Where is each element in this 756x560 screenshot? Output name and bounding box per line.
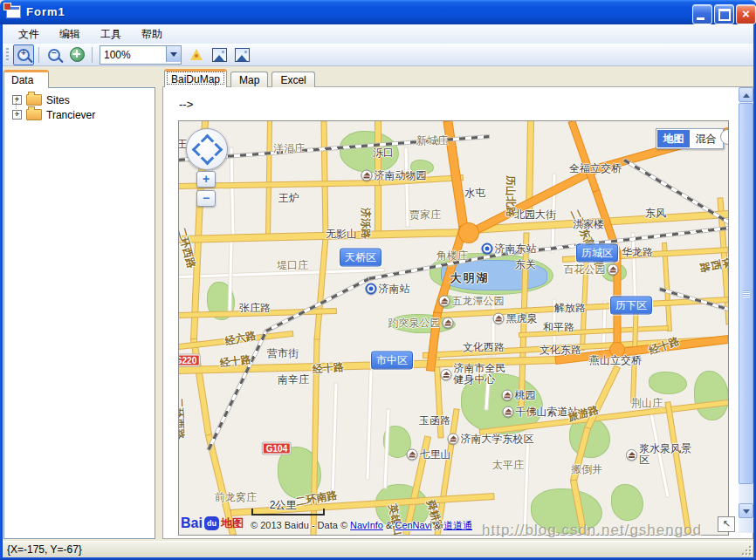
map-label: 经六路: [224, 330, 258, 347]
vertical-scrollbar[interactable]: [739, 87, 753, 533]
arterial-road: [666, 402, 691, 536]
map-label: 东风: [645, 208, 666, 219]
park-area: [612, 485, 643, 520]
map-pan-control[interactable]: [186, 128, 228, 170]
arrow-text: -->: [179, 98, 193, 111]
zoom-in-button[interactable]: +: [13, 44, 34, 65]
copyright-link[interactable]: CenNavi: [395, 520, 431, 530]
image-icon: [212, 48, 227, 62]
tree-item-label[interactable]: Tranciever: [46, 109, 95, 121]
zoom-fit-button[interactable]: [66, 44, 87, 65]
watermark: http://blog.csdn.net/gshengod: [482, 522, 702, 539]
menubar: 文件编辑工具帮助: [3, 24, 753, 44]
tab-data[interactable]: Data: [3, 70, 49, 88]
map-label-text: 洪家楼: [573, 219, 604, 230]
menu-item-3[interactable]: 工具: [92, 24, 130, 44]
map-label: 济南大学东校区: [448, 434, 534, 445]
map-label: 新城庄: [416, 135, 448, 147]
zoom-out-button[interactable]: −: [44, 44, 65, 65]
map-type-hybrid[interactable]: 混合: [690, 130, 722, 147]
map-label-text: 济南市全民 健身中心: [454, 363, 506, 386]
tree-expander[interactable]: +: [12, 110, 22, 120]
district-badge: 历下区: [610, 297, 652, 315]
menu-item-4[interactable]: 帮助: [133, 24, 171, 44]
attraction-icon: [448, 434, 459, 445]
map-label: 济南站: [366, 283, 410, 295]
map-label-text: 济南站: [379, 283, 410, 295]
copyright-link[interactable]: NavInfo: [350, 520, 383, 530]
map-label: 浆水泉风景区: [626, 443, 694, 466]
arterial-road: [663, 243, 671, 331]
map-layers: 王洋涓庄泺口新城庄历山北路全福立交桥二环东高架路济南动物园水屯王炉济泺路贾家庄北…: [179, 121, 728, 535]
map-zoom-out-button[interactable]: −: [196, 190, 216, 207]
copyright-separator: &: [432, 520, 443, 530]
map-label-text: 东风: [645, 208, 666, 219]
arterial-road: [179, 362, 388, 373]
tab-baidumap[interactable]: BaiDuMap: [164, 69, 227, 87]
pan-origin-button[interactable]: ↖: [718, 516, 735, 532]
map-label-text: 趵突泉公园: [388, 318, 441, 329]
map-label-text: 大明湖: [450, 272, 490, 283]
tree-expander[interactable]: +: [12, 95, 22, 105]
map-label: 角楼庄: [436, 250, 468, 262]
minimize-button[interactable]: [692, 4, 712, 24]
arterial-road: [519, 326, 668, 337]
map-label: 济南市全民 健身中心: [441, 363, 506, 386]
pan-right-icon[interactable]: [210, 143, 223, 157]
combobox-dropdown-icon[interactable]: [166, 46, 181, 62]
menu-item-1[interactable]: 文件: [10, 24, 48, 44]
copyright-link[interactable]: 道道通: [443, 520, 472, 530]
map-label: 桃园: [502, 390, 536, 401]
map-label-text: 角楼庄: [436, 250, 468, 262]
attraction-icon: [493, 313, 505, 324]
menu-item-2[interactable]: 编辑: [51, 24, 89, 44]
baidu-map[interactable]: 王洋涓庄泺口新城庄历山北路全福立交桥二环东高架路济南动物园水屯王炉济泺路贾家庄北…: [178, 120, 729, 536]
attraction-icon: [503, 406, 514, 418]
map-label: 前龙窝庄: [215, 492, 257, 503]
zoom-out-icon: −: [48, 49, 60, 61]
maximize-button[interactable]: [714, 4, 734, 24]
map-label-text: 二环西路: [178, 226, 197, 270]
map-label-text: 张庄路: [239, 303, 271, 314]
zoom-level-combobox[interactable]: 100%: [100, 45, 182, 65]
map-label-text: 泺口: [373, 147, 394, 159]
map-label-text: 玉函路: [419, 415, 450, 427]
resize-grip[interactable]: [740, 544, 752, 556]
map-label-text: 无影山: [326, 229, 357, 240]
map-label: 太平庄: [492, 460, 524, 471]
attraction-icon: [626, 449, 637, 461]
tab-map[interactable]: Map: [230, 72, 268, 87]
map-label-text: 和平路: [543, 322, 574, 333]
marker-button[interactable]: [186, 44, 207, 65]
scroll-up-button[interactable]: [739, 87, 753, 102]
metro-station-icon: [482, 243, 493, 255]
tree-item-label[interactable]: Sites: [46, 94, 70, 106]
map-label: 解放路: [554, 303, 586, 314]
window-border-left: [0, 24, 3, 557]
map-label: 贾家庄: [409, 209, 441, 221]
pan-down-icon[interactable]: [201, 152, 215, 166]
district-badge: 市中区: [371, 352, 413, 370]
map-label: 五龙潭公园: [439, 296, 505, 307]
tab-excel[interactable]: Excel: [271, 72, 314, 87]
close-button[interactable]: ×: [736, 4, 756, 24]
map-label-text: 全福立交桥: [569, 163, 622, 174]
map-label-text: 七里山: [420, 449, 451, 461]
map-zoom-in-button[interactable]: +: [196, 171, 216, 188]
scroll-down-button[interactable]: [739, 503, 753, 518]
image-button-1[interactable]: [209, 44, 230, 65]
toolbar-grip[interactable]: [6, 48, 9, 62]
image-button-2[interactable]: [231, 44, 252, 65]
titlebar: Form1 ×: [0, 0, 756, 24]
map-type-map[interactable]: 地图: [657, 130, 690, 147]
attraction-icon: [441, 369, 452, 380]
map-label: 济南动物园: [361, 170, 427, 181]
map-label: 文化东路: [540, 345, 581, 356]
map-label-text: 北园大街: [514, 209, 556, 221]
map-label-text: 东关: [515, 259, 536, 270]
map-label-text: 堤口庄: [277, 260, 308, 271]
arterial-road: [322, 121, 328, 237]
map-label-text: 经十路: [312, 361, 344, 375]
map-label-text: 搬倒井: [571, 464, 602, 475]
scrollbar-thumb[interactable]: [739, 103, 753, 484]
